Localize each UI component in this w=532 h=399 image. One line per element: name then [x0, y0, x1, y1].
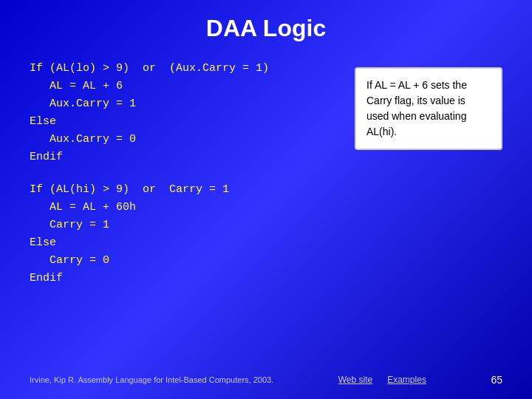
footer-citation: Irvine, Kip R. Assembly Language for Int…: [30, 375, 273, 384]
footer-link-examples[interactable]: Examples: [387, 375, 426, 385]
code-line-2-6: Endif: [30, 270, 340, 287]
code-line-2-3: Carry = 1: [30, 216, 340, 234]
code-section: If (AL(lo) > 9) or (Aux.Carry = 1) AL = …: [30, 60, 340, 302]
code-line-1-4: Else: [30, 113, 340, 131]
tooltip-text: If AL = AL + 6 sets the Carry flag, its …: [366, 79, 467, 137]
footer-link-website[interactable]: Web site: [338, 375, 372, 385]
code-line-1-6: Endif: [30, 149, 340, 166]
code-block-2: If (AL(hi) > 9) or Carry = 1 AL = AL + 6…: [30, 181, 340, 287]
code-line-1-1: If (AL(lo) > 9) or (Aux.Carry = 1): [30, 60, 340, 78]
footer-page-number: 65: [491, 374, 502, 386]
code-line-2-5: Carry = 0: [30, 252, 340, 270]
code-line-2-4: Else: [30, 234, 340, 252]
footer: Irvine, Kip R. Assembly Language for Int…: [30, 374, 502, 386]
content-area: If (AL(lo) > 9) or (Aux.Carry = 1) AL = …: [30, 60, 502, 302]
code-block-1: If (AL(lo) > 9) or (Aux.Carry = 1) AL = …: [30, 60, 340, 166]
code-line-1-3: Aux.Carry = 1: [30, 95, 340, 113]
slide: DAA Logic If (AL(lo) > 9) or (Aux.Carry …: [0, 0, 532, 399]
code-line-2-1: If (AL(hi) > 9) or Carry = 1: [30, 181, 340, 199]
code-line-2-2: AL = AL + 60h: [30, 199, 340, 216]
slide-title: DAA Logic: [30, 15, 502, 42]
code-line-1-2: AL = AL + 6: [30, 78, 340, 95]
code-line-1-5: Aux.Carry = 0: [30, 131, 340, 149]
footer-links: Web site Examples: [338, 375, 426, 385]
tooltip-box: If AL = AL + 6 sets the Carry flag, its …: [355, 67, 502, 150]
